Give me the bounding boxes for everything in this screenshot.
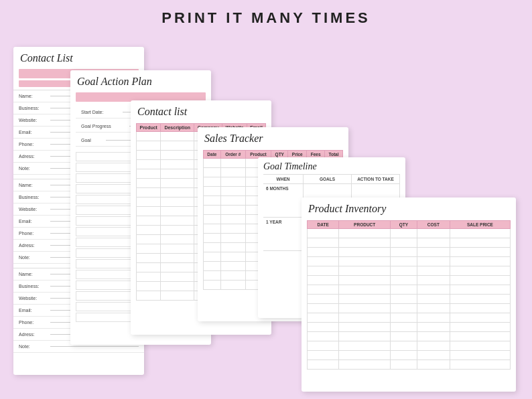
- col-product: Product: [137, 124, 161, 132]
- timeline-header-row: WHEN GOALS ACTION TO TAKE: [263, 174, 400, 184]
- table-row: [308, 360, 511, 370]
- table-row: [308, 248, 511, 257]
- card-product-inventory: Product Inventory DATE PRODUCT QTY COST …: [302, 197, 516, 392]
- card-product-title: Product Inventory: [302, 197, 516, 218]
- table-row: [308, 323, 511, 332]
- table-row: [308, 276, 511, 285]
- table-row: [308, 351, 511, 360]
- table-row: [308, 341, 511, 351]
- col-qty: QTY: [390, 221, 417, 229]
- table-row: [308, 285, 511, 295]
- col-date: DATE: [308, 221, 339, 229]
- main-title: PRINT IT MANY TIMES: [0, 0, 532, 33]
- col-sale-price: SALE PRICE: [450, 221, 510, 229]
- timeline-col-action: ACTION TO TAKE: [352, 175, 400, 183]
- col-cost: COST: [417, 221, 450, 229]
- col-date: Date: [204, 151, 221, 159]
- table-row: [308, 295, 511, 304]
- table-row: [308, 313, 511, 323]
- table-row: [308, 304, 511, 313]
- card-sales-title: Sales Tracker: [198, 127, 348, 147]
- product-table: DATE PRODUCT QTY COST SALE PRICE: [307, 220, 511, 370]
- table-row: [308, 266, 511, 276]
- col-description: Description: [161, 124, 194, 132]
- col-order: Order #: [220, 151, 245, 159]
- card-goal-timeline-title: Goal Timeline: [258, 157, 405, 174]
- card-contact2-title: Contact list: [131, 100, 271, 121]
- table-row: [308, 332, 511, 341]
- table-row: [308, 229, 511, 238]
- col-product: PRODUCT: [339, 221, 391, 229]
- table-row: [308, 257, 511, 266]
- timeline-col-goals: GOALS: [304, 175, 352, 183]
- cards-area: Contact List Name: Business: Website: Em…: [0, 33, 532, 395]
- table-row: [308, 238, 511, 248]
- timeline-col-when: WHEN: [263, 175, 304, 183]
- card-goal-action-title: Goal Action Plan: [70, 70, 211, 90]
- card-contact1-title: Contact List: [13, 47, 144, 67]
